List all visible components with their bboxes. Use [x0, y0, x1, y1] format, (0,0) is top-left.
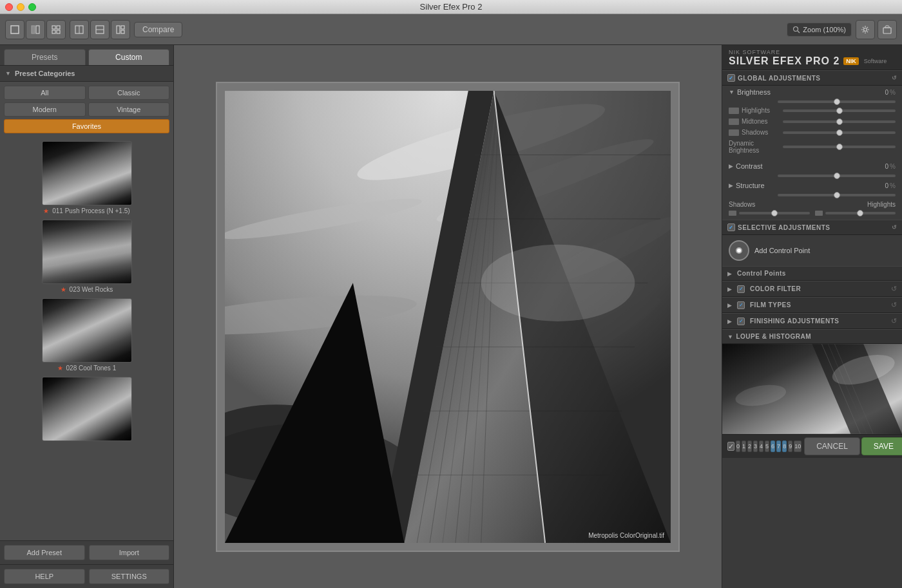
svg-rect-12 — [121, 26, 124, 29]
num-btn-5[interactable]: 5 — [765, 441, 769, 452]
global-adj-check[interactable]: ✓ — [727, 74, 735, 82]
loupe-histogram-label: LOUPE & HISTOGRAM — [736, 333, 811, 340]
color-filter-reset[interactable]: ↺ — [891, 285, 897, 293]
film-types-header[interactable]: ▶ ✓ FILM TYPES ↺ — [722, 297, 902, 313]
svg-point-44 — [481, 244, 635, 321]
global-adj-label: GLOBAL ADJUSTMENTS — [738, 75, 820, 82]
cat-modern[interactable]: Modern — [4, 102, 86, 117]
contrast-row[interactable]: ▶ Contrast 0 % — [722, 160, 902, 173]
preset-item-3[interactable]: ★ 028 Cool Tones 1 — [4, 298, 169, 372]
svg-rect-3 — [52, 26, 55, 29]
structure-row[interactable]: ▶ Structure 0 % — [722, 179, 902, 192]
layout3-btn[interactable] — [111, 20, 130, 39]
num-btn-2[interactable]: 2 — [747, 441, 752, 452]
finishing-adj-check[interactable]: ✓ — [737, 318, 745, 325]
custom-tab[interactable]: Custom — [88, 49, 170, 65]
layout2-btn[interactable] — [90, 20, 110, 39]
save-button[interactable]: SAVE — [861, 437, 902, 455]
contrast-pct: % — [890, 163, 896, 170]
dynamic-brightness-slider[interactable] — [783, 146, 896, 148]
add-control-point-label: Add Control Point — [754, 247, 810, 254]
brand-sub: Nik Software — [729, 49, 896, 55]
compare-button[interactable]: Compare — [134, 22, 182, 37]
film-types-check[interactable]: ✓ — [737, 301, 745, 309]
help-button[interactable]: HELP — [4, 569, 85, 584]
color-filter-check[interactable]: ✓ — [737, 285, 745, 293]
structure-slider[interactable] — [778, 194, 896, 196]
preset-list: ★ 011 Push Process (N +1.5) ★ 023 Wet Ro… — [0, 137, 173, 540]
structure-highlights-label: Highlights — [815, 201, 896, 208]
import-button[interactable]: Import — [89, 545, 170, 560]
shadows-slider[interactable] — [783, 131, 896, 134]
num-btn-4[interactable]: 4 — [759, 441, 763, 452]
num-btn-10[interactable]: 10 — [794, 441, 801, 452]
settings-button[interactable]: SETTINGS — [89, 569, 170, 584]
presets-tab[interactable]: Presets — [4, 49, 86, 65]
control-points-label: Control Points — [737, 270, 786, 277]
settings-icon-btn[interactable] — [856, 20, 875, 39]
selective-adj-check[interactable]: ✓ — [727, 223, 735, 231]
svg-rect-11 — [117, 26, 120, 33]
film-types-reset[interactable]: ↺ — [891, 301, 897, 309]
preset-star-1: ★ — [43, 207, 49, 214]
highlights-slider[interactable] — [783, 109, 896, 112]
preset-thumb-2 — [42, 220, 132, 284]
num-checkbox[interactable]: ✓ — [727, 442, 734, 451]
minimize-button[interactable] — [17, 3, 24, 11]
cat-all[interactable]: All — [4, 86, 86, 100]
selective-adj-label: SELECTIVE ADJUSTMENTS — [738, 224, 830, 231]
brand-name: SILVER EFEX PRO 2 — [729, 55, 840, 67]
brightness-slider[interactable] — [778, 100, 896, 103]
add-preset-button[interactable]: Add Preset — [4, 545, 85, 560]
single-view-btn[interactable] — [5, 20, 24, 39]
preset-item-4[interactable] — [4, 377, 169, 443]
midtones-slider[interactable] — [783, 120, 896, 123]
selective-adjustments-header[interactable]: ✓ SELECTIVE ADJUSTMENTS ↺ — [722, 220, 902, 235]
layout1-btn[interactable] — [70, 20, 89, 39]
export-icon-btn[interactable] — [878, 20, 897, 39]
brand-title: SILVER EFEX PRO 2 NIK Software — [729, 55, 896, 67]
global-adj-reset[interactable]: ↺ — [892, 75, 897, 81]
cat-favorites[interactable]: Favorites — [4, 119, 169, 133]
global-adjustments-header[interactable]: ✓ GLOBAL ADJUSTMENTS ↺ — [722, 70, 902, 86]
contrast-slider[interactable] — [778, 175, 896, 177]
num-btn-1[interactable]: 1 — [742, 441, 746, 452]
structure-shadows-slider[interactable] — [739, 212, 810, 214]
cat-vintage[interactable]: Vintage — [88, 102, 170, 117]
split-view-btn[interactable] — [26, 20, 45, 39]
close-button[interactable] — [5, 3, 13, 11]
maximize-button[interactable] — [28, 3, 36, 11]
num-btn-3[interactable]: 3 — [753, 441, 758, 452]
preset-categories-header[interactable]: ▼ Preset Categories — [0, 66, 173, 82]
num-btn-6[interactable]: 6 — [771, 441, 775, 452]
highlights-label: Highlights — [742, 107, 780, 114]
finishing-adjustments-header[interactable]: ▶ ✓ FINISHING ADJUSTMENTS ↺ — [722, 313, 902, 329]
structure-highlights-icon — [815, 211, 823, 216]
brightness-label: Brightness — [737, 88, 885, 96]
finishing-adj-reset[interactable]: ↺ — [891, 317, 897, 325]
num-btn-8[interactable]: 8 — [782, 441, 787, 452]
loupe-histogram-header[interactable]: ▼ LOUPE & HISTOGRAM — [722, 329, 902, 344]
num-btn-0[interactable]: 0 — [736, 441, 740, 452]
main-layout: Presets Custom ▼ Preset Categories All C… — [0, 45, 902, 588]
control-points-header[interactable]: ▶ Control Points — [722, 266, 902, 281]
brightness-row: ▼ Brightness 0 % — [722, 86, 902, 99]
cat-classic[interactable]: Classic — [88, 86, 170, 100]
selective-adj-reset[interactable]: ↺ — [892, 224, 897, 231]
preset-item-2[interactable]: ★ 023 Wet Rocks — [4, 220, 169, 293]
svg-rect-2 — [36, 26, 39, 33]
control-points-arrow: ▶ — [727, 270, 732, 277]
highlights-icon — [729, 108, 739, 114]
dynamic-brightness-thumb — [836, 144, 843, 150]
color-filter-header[interactable]: ▶ ✓ COLOR FILTER ↺ — [722, 281, 902, 297]
num-btn-9[interactable]: 9 — [788, 441, 792, 452]
structure-highlights-slider[interactable] — [825, 212, 896, 214]
shadows-sub-row: Shadows — [722, 127, 902, 138]
dual-view-btn[interactable] — [46, 20, 66, 39]
control-point-icon[interactable] — [729, 240, 749, 261]
preset-item-1[interactable]: ★ 011 Push Process (N +1.5) — [4, 141, 169, 214]
bottom-bar: Add Preset Import — [0, 540, 173, 564]
cancel-button[interactable]: CANCEL — [804, 437, 860, 455]
traffic-lights — [5, 3, 36, 11]
num-btn-7[interactable]: 7 — [776, 441, 781, 452]
